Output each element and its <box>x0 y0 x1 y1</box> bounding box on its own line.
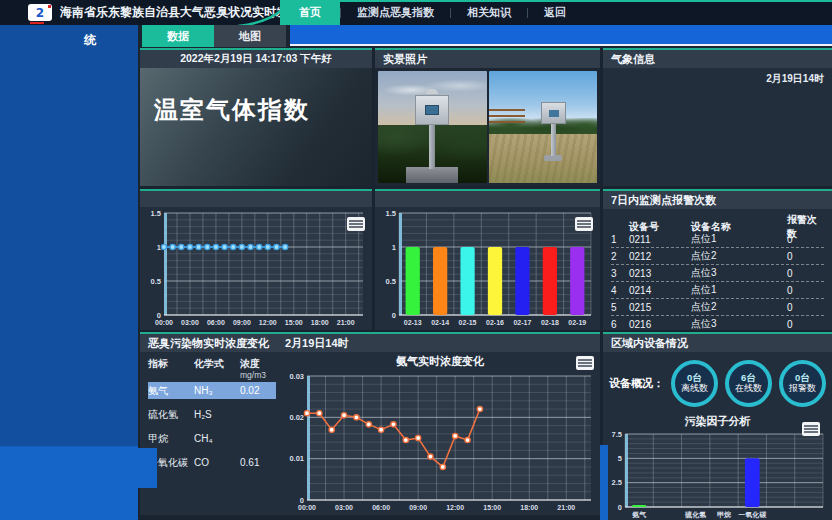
devices-panel: 区域内设备情况 设备概况： 0台 离线数 6台 在线数 0台 报警数 污染因子分… <box>603 332 832 520</box>
chart-menu-icon[interactable] <box>802 422 820 436</box>
datetime-header: 2022年2月19日 14:17:03 下午好 <box>140 50 372 68</box>
svg-text:15:00: 15:00 <box>285 319 303 326</box>
tab-map[interactable]: 地图 <box>214 25 286 47</box>
tab-data[interactable]: 数据 <box>142 25 214 47</box>
nav-item-home[interactable]: 首页 <box>280 0 340 25</box>
online-count-badge: 6台 在线数 <box>725 360 772 407</box>
chart-menu-icon[interactable] <box>576 356 594 370</box>
station-photo-dusk <box>378 71 487 183</box>
chart-panel-header <box>375 191 600 207</box>
left-sidebar: 统 <box>0 25 138 520</box>
svg-text:21:00: 21:00 <box>337 319 355 326</box>
alarm-count-badge: 0台 报警数 <box>779 360 826 407</box>
factor-chart-title: 污染因子分析 <box>603 412 832 428</box>
greenhouse-headline: 温室气体指数 <box>140 68 372 126</box>
svg-text:5: 5 <box>618 454 622 463</box>
daily-bars-panel: 00.511.502-1302-1402-1502-1602-1702-1802… <box>375 189 600 330</box>
table-row: 40214点位10 <box>611 282 824 299</box>
dashboard-screen: 2 海南省乐东黎族自治县大气恶臭状况实时发布系 首页 监测点恶臭指数 相关知识 … <box>0 0 832 520</box>
svg-text:02-14: 02-14 <box>431 319 449 326</box>
background-sliver <box>600 445 608 520</box>
background-sliver <box>138 448 157 488</box>
nh3-chart-title: 氨气实时浓度变化 <box>280 354 600 370</box>
svg-text:1.5: 1.5 <box>151 209 161 218</box>
station-photo-field <box>489 71 598 183</box>
svg-text:18:00: 18:00 <box>520 504 538 511</box>
weather-panel-title: 气象信息 <box>603 50 832 68</box>
svg-text:09:00: 09:00 <box>409 504 427 511</box>
greenhouse-index-chart: 00.511.500:0003:0006:0009:0012:0015:0018… <box>140 207 370 328</box>
svg-text:00:00: 00:00 <box>155 319 173 326</box>
app-logo: 2 <box>28 4 52 21</box>
svg-text:06:00: 06:00 <box>207 319 225 326</box>
view-tabs: 数据 地图 <box>142 25 286 47</box>
svg-text:0.5: 0.5 <box>386 277 396 286</box>
svg-text:02-18: 02-18 <box>541 319 559 326</box>
svg-text:甲烷: 甲烷 <box>717 510 731 519</box>
svg-text:15:00: 15:00 <box>483 504 501 511</box>
svg-text:02-19: 02-19 <box>568 319 586 326</box>
svg-text:一氧化碳: 一氧化碳 <box>738 511 767 519</box>
svg-text:2.5: 2.5 <box>612 478 622 487</box>
weather-panel: 气象信息 2月19日14时 <box>603 48 832 186</box>
device-stats-row: 设备概况： 0台 离线数 6台 在线数 0台 报警数 <box>603 352 832 412</box>
odor-panel-title: 恶臭污染物实时浓度变化 2月19日14时 <box>140 334 600 352</box>
svg-text:12:00: 12:00 <box>259 319 277 326</box>
svg-text:1: 1 <box>392 243 396 252</box>
odor-table-header: 指标 化学式 浓度 <box>148 357 276 370</box>
svg-text:02-13: 02-13 <box>404 319 422 326</box>
table-row: 30213点位30 <box>611 265 824 282</box>
svg-text:21:00: 21:00 <box>557 504 575 511</box>
alarms-table: 设备号 设备名称 报警次数 10211点位1020212点位2030213点位3… <box>603 209 832 333</box>
svg-text:0.01: 0.01 <box>289 454 304 463</box>
nav-item-back[interactable]: 返回 <box>528 0 582 25</box>
svg-text:0.02: 0.02 <box>289 413 304 422</box>
svg-text:09:00: 09:00 <box>233 319 251 326</box>
table-row: 氨气NH₃0.02 <box>148 382 276 399</box>
svg-text:02-15: 02-15 <box>459 319 477 326</box>
odor-table: 指标 化学式 浓度 mg/m3 氨气NH₃0.02硫化氢H₂S甲烷CH₄一氧化碳… <box>140 352 280 513</box>
chart-panel-header <box>140 191 372 207</box>
weather-body: 2月19日14时 <box>603 68 832 186</box>
table-row: 60216点位30 <box>611 316 824 333</box>
svg-text:03:00: 03:00 <box>181 319 199 326</box>
odor-unit-row: mg/m3 <box>148 370 276 382</box>
svg-text:7.5: 7.5 <box>612 430 622 439</box>
nh3-chart-area: 氨气实时浓度变化 00.010.020.0300:0003:0006:0009:… <box>280 352 600 513</box>
page-title-wrap: 统 <box>84 32 96 49</box>
greenhouse-chart-panel: 00.511.500:0003:0006:0009:0012:0015:0018… <box>140 189 372 330</box>
photos-panel: 实景照片 <box>375 48 600 186</box>
offline-count-badge: 0台 离线数 <box>671 360 718 407</box>
main-nav: 首页 监测点恶臭指数 相关知识 返回 <box>280 0 582 25</box>
odor-panel: 恶臭污染物实时浓度变化 2月19日14时 指标 化学式 浓度 mg/m3 氨气N… <box>140 332 600 515</box>
svg-text:0: 0 <box>618 503 622 512</box>
svg-text:02-17: 02-17 <box>513 319 531 326</box>
svg-text:02-16: 02-16 <box>486 319 504 326</box>
svg-text:硫化氢: 硫化氢 <box>684 510 706 519</box>
blue-ribbon <box>290 25 832 46</box>
monitoring-device <box>415 95 449 125</box>
svg-text:0: 0 <box>392 311 396 320</box>
alarms-panel: 7日内监测点报警次数 设备号 设备名称 报警次数 10211点位1020212点… <box>603 189 832 330</box>
photo-row <box>375 68 600 186</box>
devices-panel-title: 区域内设备情况 <box>603 334 832 352</box>
svg-text:12:00: 12:00 <box>446 504 464 511</box>
nav-item-odor-index[interactable]: 监测点恶臭指数 <box>341 0 450 25</box>
device-overview-label: 设备概况： <box>609 376 664 391</box>
svg-text:0.5: 0.5 <box>151 277 161 286</box>
svg-text:1.5: 1.5 <box>386 209 396 218</box>
alarm-table-body: 10211点位1020212点位2030213点位3040214点位105021… <box>611 231 824 333</box>
svg-text:0.03: 0.03 <box>289 372 304 381</box>
table-row: 一氧化碳CO0.61 <box>148 454 276 471</box>
table-row: 50215点位20 <box>611 299 824 316</box>
pollution-factor-chart: 02.557.5氨气硫化氢甲烷一氧化碳 <box>603 428 830 520</box>
top-bar: 2 海南省乐东黎族自治县大气恶臭状况实时发布系 首页 监测点恶臭指数 相关知识 … <box>0 0 832 25</box>
table-row: 硫化氢H₂S <box>148 406 276 423</box>
daily-index-chart: 00.511.502-1302-1402-1502-1602-1702-1802… <box>375 207 598 328</box>
nav-item-knowledge[interactable]: 相关知识 <box>451 0 527 25</box>
chart-menu-icon[interactable] <box>575 217 593 231</box>
alarms-panel-title: 7日内监测点报警次数 <box>603 191 832 209</box>
svg-text:1: 1 <box>157 243 161 252</box>
odor-body: 指标 化学式 浓度 mg/m3 氨气NH₃0.02硫化氢H₂S甲烷CH₄一氧化碳… <box>140 352 600 513</box>
chart-menu-icon[interactable] <box>347 217 365 231</box>
